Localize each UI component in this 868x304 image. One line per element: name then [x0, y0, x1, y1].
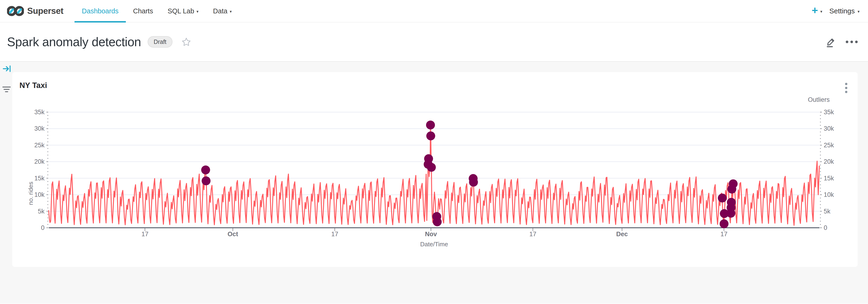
chevron-down-icon: ▾ — [196, 9, 199, 14]
edit-dashboard-button[interactable] — [825, 36, 837, 48]
nav-item-label: Charts — [133, 7, 153, 15]
dashboard-header: Spark anomaly detection Draft — [0, 23, 868, 62]
settings-label: Settings — [829, 7, 855, 15]
chevron-down-icon: ▾ — [230, 9, 232, 14]
outlier-point[interactable] — [424, 154, 433, 163]
outlier-point[interactable] — [469, 178, 478, 187]
svg-text:10k: 10k — [824, 191, 834, 198]
expand-filter-bar-button[interactable] — [2, 64, 12, 74]
svg-text:0: 0 — [824, 224, 827, 231]
favorite-star-button[interactable] — [181, 37, 191, 47]
kebab-dot — [845, 87, 847, 89]
svg-text:17: 17 — [331, 230, 338, 238]
chart-card-header: NY Taxi — [12, 72, 858, 92]
outlier-point[interactable] — [720, 219, 728, 228]
navbar-right: + ▾ Settings ▾ — [812, 0, 868, 22]
svg-text:5k: 5k — [38, 208, 44, 215]
kebab-dot — [845, 83, 847, 85]
page-title: Spark anomaly detection — [7, 35, 141, 49]
draft-badge: Draft — [148, 36, 173, 48]
arrow-to-right-icon — [2, 64, 12, 74]
svg-text:20k: 20k — [34, 158, 44, 165]
top-navbar: Superset Dashboards Charts SQL Lab ▾ Dat… — [0, 0, 868, 23]
svg-text:35k: 35k — [824, 109, 834, 116]
svg-text:15k: 15k — [34, 175, 44, 182]
chart-card-ny-taxi: NY Taxi 005k5k10k10k15k15k20k20k25k25k30… — [12, 72, 858, 267]
svg-text:5k: 5k — [824, 208, 831, 215]
settings-menu[interactable]: Settings ▾ — [827, 7, 862, 15]
superset-app: Superset Dashboards Charts SQL Lab ▾ Dat… — [0, 0, 868, 304]
filter-lines-icon — [1, 85, 12, 94]
outlier-point[interactable] — [426, 131, 435, 140]
outlier-point[interactable] — [727, 198, 736, 207]
svg-text:Dec: Dec — [616, 230, 628, 238]
svg-text:30k: 30k — [824, 125, 834, 132]
ellipsis-dot — [850, 40, 853, 43]
outlier-point[interactable] — [427, 163, 436, 172]
svg-text:0: 0 — [41, 224, 44, 231]
nav-item-label: Dashboards — [82, 7, 118, 15]
pencil-icon — [825, 36, 837, 48]
svg-text:Nov: Nov — [425, 230, 437, 238]
filter-bar-collapsed-button[interactable] — [1, 85, 12, 95]
ellipsis-dot — [855, 40, 858, 43]
dashboard-body: NY Taxi 005k5k10k10k15k15k20k20k25k25k30… — [0, 62, 868, 304]
svg-text:20k: 20k — [824, 158, 834, 165]
outlier-point[interactable] — [201, 166, 210, 174]
timeseries-chart[interactable]: 005k5k10k10k15k15k20k20k25k25k30k30k35k3… — [12, 92, 858, 267]
svg-text:Outliers: Outliers — [808, 96, 830, 103]
svg-text:35k: 35k — [34, 109, 44, 116]
nav-item-sql-lab[interactable]: SQL Lab ▾ — [160, 0, 206, 22]
outlier-point[interactable] — [426, 120, 435, 130]
svg-text:25k: 25k — [824, 142, 834, 149]
ellipsis-dot — [846, 40, 848, 43]
outlier-point[interactable] — [718, 194, 727, 202]
nav-item-dashboards[interactable]: Dashboards — [74, 0, 126, 22]
svg-text:Oct: Oct — [227, 230, 238, 238]
nav-item-data[interactable]: Data ▾ — [206, 0, 239, 22]
brand-name: Superset — [27, 6, 63, 16]
more-actions-button[interactable] — [846, 40, 858, 43]
superset-infinity-icon — [7, 5, 24, 17]
nav-item-charts[interactable]: Charts — [126, 0, 160, 22]
svg-text:17: 17 — [720, 230, 727, 238]
svg-text:17: 17 — [141, 230, 148, 238]
nav-item-label: SQL Lab — [167, 7, 194, 15]
chart-title: NY Taxi — [20, 81, 47, 90]
svg-text:15k: 15k — [824, 175, 834, 182]
svg-text:Date/Time: Date/Time — [420, 241, 448, 248]
outlier-point[interactable] — [202, 176, 211, 185]
nav-menu: Dashboards Charts SQL Lab ▾ Data ▾ — [74, 0, 239, 22]
header-actions — [825, 36, 868, 48]
svg-text:25k: 25k — [34, 142, 44, 149]
chevron-down-icon: ▾ — [820, 9, 823, 14]
outlier-point[interactable] — [433, 217, 442, 226]
chevron-down-icon: ▾ — [858, 9, 860, 14]
new-item-button[interactable]: + ▾ — [812, 6, 822, 17]
svg-text:no. rides: no. rides — [27, 182, 34, 205]
outlier-point[interactable] — [729, 179, 738, 188]
nav-item-label: Data — [213, 7, 227, 15]
star-icon — [181, 37, 191, 47]
superset-logo[interactable]: Superset — [0, 0, 74, 22]
svg-text:10k: 10k — [34, 191, 44, 198]
svg-text:17: 17 — [529, 230, 536, 238]
svg-text:30k: 30k — [34, 125, 44, 132]
plus-icon: + — [812, 5, 818, 16]
